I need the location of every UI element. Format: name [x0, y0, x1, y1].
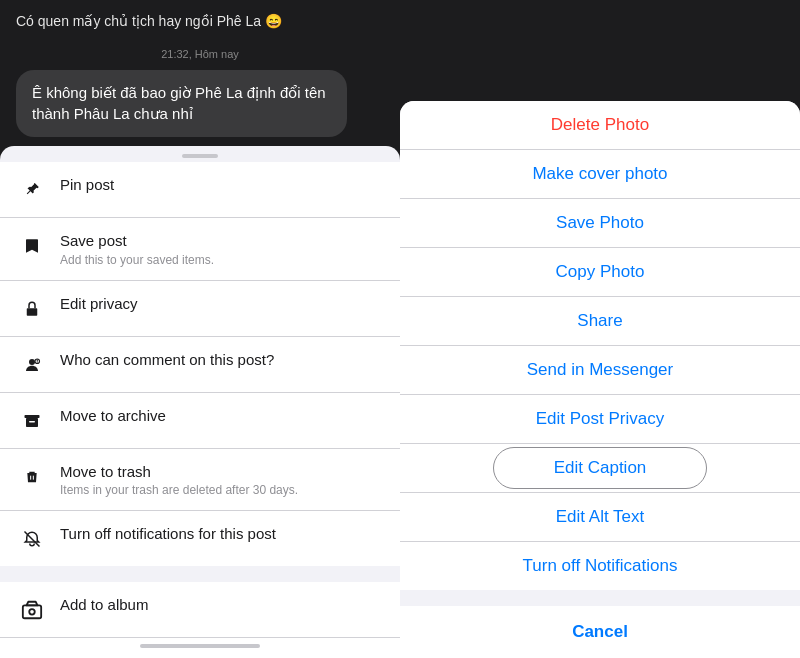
action-label-share: Share	[577, 311, 622, 331]
turn-off-notif-content: Turn off notifications for this post	[60, 524, 382, 544]
svg-rect-6	[23, 605, 41, 618]
cancel-button[interactable]: Cancel	[400, 606, 800, 658]
sheet-item-who-comment[interactable]: Who can comment on this post?	[0, 337, 400, 393]
move-trash-icon	[18, 463, 46, 491]
add-album-item[interactable]: Add to album	[0, 574, 400, 638]
sheet-item-move-trash[interactable]: Move to trash Items in your trash are de…	[0, 449, 400, 512]
action-label-save-photo: Save Photo	[556, 213, 644, 233]
svg-point-7	[29, 609, 35, 615]
sheet-item-turn-off-notif[interactable]: Turn off notifications for this post	[0, 511, 400, 566]
handle-bar	[182, 154, 218, 158]
who-comment-title: Who can comment on this post?	[60, 350, 382, 370]
svg-rect-0	[27, 308, 38, 316]
svg-point-1	[29, 359, 35, 365]
action-item-send-messenger[interactable]: Send in Messenger	[400, 346, 800, 395]
bottom-handle-area	[0, 638, 400, 658]
move-archive-icon	[18, 407, 46, 435]
action-item-edit-alt-text[interactable]: Edit Alt Text	[400, 493, 800, 542]
who-comment-content: Who can comment on this post?	[60, 350, 382, 370]
left-bottom-sheet: Pin post Save post Add this to your save…	[0, 146, 400, 658]
add-album-icon	[18, 596, 46, 624]
action-label-turn-off-notifications: Turn off Notifications	[523, 556, 678, 576]
right-bottom-sheet: Delete PhotoMake cover photoSave PhotoCo…	[400, 101, 800, 658]
edit-caption-button[interactable]: Edit Caption	[493, 447, 708, 489]
add-album-title: Add to album	[60, 595, 382, 615]
cancel-section: Cancel	[400, 606, 800, 658]
save-post-content: Save post Add this to your saved items.	[60, 231, 382, 267]
pin-post-title: Pin post	[60, 175, 382, 195]
action-item-save-photo[interactable]: Save Photo	[400, 199, 800, 248]
action-label-delete-photo: Delete Photo	[551, 115, 649, 135]
pin-post-icon	[18, 176, 46, 204]
action-item-share[interactable]: Share	[400, 297, 800, 346]
edit-privacy-content: Edit privacy	[60, 294, 382, 314]
bottom-handle-bar	[140, 644, 260, 648]
action-label-edit-post-privacy: Edit Post Privacy	[536, 409, 665, 429]
move-trash-content: Move to trash Items in your trash are de…	[60, 462, 382, 498]
turn-off-notif-title: Turn off notifications for this post	[60, 524, 382, 544]
sheet-item-edit-privacy[interactable]: Edit privacy	[0, 281, 400, 337]
move-trash-title: Move to trash	[60, 462, 382, 482]
chat-timestamp: 21:32, Hôm nay	[16, 48, 384, 60]
who-comment-icon	[18, 351, 46, 379]
move-trash-subtitle: Items in your trash are deleted after 30…	[60, 483, 382, 497]
action-label-send-messenger: Send in Messenger	[527, 360, 673, 380]
save-post-subtitle: Add this to your saved items.	[60, 253, 382, 267]
pin-post-content: Pin post	[60, 175, 382, 195]
add-album-content: Add to album	[60, 595, 382, 615]
chat-bubble: Ê không biết đã bao giờ Phê La định đổi …	[16, 70, 347, 138]
action-item-turn-off-notifications[interactable]: Turn off Notifications	[400, 542, 800, 590]
save-post-icon	[18, 232, 46, 260]
turn-off-notif-icon	[18, 525, 46, 553]
edit-caption-wrapper: Edit Caption	[400, 444, 800, 493]
action-item-delete-photo[interactable]: Delete Photo	[400, 101, 800, 150]
move-archive-title: Move to archive	[60, 406, 382, 426]
save-post-title: Save post	[60, 231, 382, 251]
move-archive-content: Move to archive	[60, 406, 382, 426]
sheet-item-move-archive[interactable]: Move to archive	[0, 393, 400, 449]
action-label-make-cover: Make cover photo	[532, 164, 667, 184]
sheet-item-save-post[interactable]: Save post Add this to your saved items.	[0, 218, 400, 281]
edit-privacy-title: Edit privacy	[60, 294, 382, 314]
edit-privacy-icon	[18, 295, 46, 323]
action-label-edit-alt-text: Edit Alt Text	[556, 507, 645, 527]
sheet-handle	[0, 146, 400, 162]
edit-caption-label: Edit Caption	[554, 458, 647, 477]
left-sheet-items-container: Pin post Save post Add this to your save…	[0, 162, 400, 566]
action-item-edit-post-privacy[interactable]: Edit Post Privacy	[400, 395, 800, 444]
action-label-copy-photo: Copy Photo	[556, 262, 645, 282]
action-item-copy-photo[interactable]: Copy Photo	[400, 248, 800, 297]
group-separator	[0, 566, 400, 574]
right-group-separator	[400, 590, 800, 598]
right-actions-container: Delete PhotoMake cover photoSave PhotoCo…	[400, 101, 800, 590]
left-panel: Có quen mấy chủ tịch hay ngồi Phê La 😄 2…	[0, 0, 400, 658]
right-panel: Tran Ngoc Luu and Phan Tuan Anh 2 commen…	[400, 0, 800, 658]
sheet-item-pin-post[interactable]: Pin post	[0, 162, 400, 218]
svg-rect-3	[25, 415, 40, 418]
action-item-make-cover[interactable]: Make cover photo	[400, 150, 800, 199]
cancel-label: Cancel	[572, 622, 628, 642]
chat-top-message: Có quen mấy chủ tịch hay ngồi Phê La 😄	[16, 12, 384, 32]
